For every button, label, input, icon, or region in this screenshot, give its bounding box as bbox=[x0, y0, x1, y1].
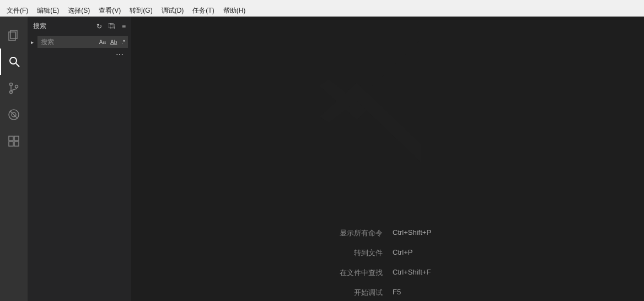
match-case-toggle[interactable]: Aa bbox=[99, 39, 106, 45]
shortcut-keys: F5 bbox=[393, 288, 492, 298]
shortcut-row: 转到文件 Ctrl+P bbox=[283, 248, 492, 258]
expand-replace-icon[interactable]: ▸ bbox=[31, 39, 37, 45]
svg-point-6 bbox=[15, 85, 18, 88]
sidebar-header: 搜索 ↻ ⿻ ≡ bbox=[28, 17, 131, 36]
sidebar-title: 搜索 bbox=[33, 22, 46, 31]
menu-help[interactable]: 帮助(H) bbox=[219, 5, 250, 17]
clear-icon[interactable]: ≡ bbox=[122, 23, 126, 30]
match-word-toggle[interactable]: Ab bbox=[110, 39, 117, 45]
welcome-shortcuts: 显示所有命令 Ctrl+Shift+P 转到文件 Ctrl+P 在文件中查找 C… bbox=[131, 228, 644, 298]
vscode-watermark-icon bbox=[310, 24, 465, 180]
activity-explorer[interactable] bbox=[0, 22, 28, 49]
refresh-icon[interactable]: ↻ bbox=[96, 23, 102, 30]
activity-scm[interactable] bbox=[0, 75, 28, 101]
shortcut-label: 在文件中查找 bbox=[283, 268, 383, 278]
activity-bar bbox=[0, 17, 28, 301]
menu-view[interactable]: 查看(V) bbox=[94, 5, 125, 17]
shortcut-keys: Ctrl+Shift+F bbox=[393, 268, 492, 278]
activity-extensions[interactable] bbox=[0, 128, 28, 154]
extensions-icon bbox=[7, 135, 20, 148]
menu-edit[interactable]: 编辑(E) bbox=[33, 5, 63, 17]
bug-icon bbox=[7, 108, 20, 121]
svg-rect-10 bbox=[9, 136, 13, 141]
toggle-search-details[interactable]: ⋯ bbox=[28, 50, 131, 59]
activity-search[interactable] bbox=[0, 49, 28, 75]
shortcut-row: 在文件中查找 Ctrl+Shift+F bbox=[283, 268, 492, 278]
shortcut-label: 显示所有命令 bbox=[283, 228, 383, 238]
svg-point-2 bbox=[10, 57, 17, 64]
menu-file[interactable]: 文件(F) bbox=[2, 5, 33, 17]
editor-area: 显示所有命令 Ctrl+Shift+P 转到文件 Ctrl+P 在文件中查找 C… bbox=[131, 17, 644, 301]
shortcut-label: 开始调试 bbox=[283, 288, 383, 298]
regex-toggle[interactable]: .* bbox=[121, 39, 126, 45]
menu-debug[interactable]: 调试(D) bbox=[157, 5, 189, 17]
svg-line-3 bbox=[16, 63, 19, 67]
branch-icon bbox=[7, 82, 20, 95]
svg-rect-13 bbox=[14, 142, 19, 146]
shortcut-row: 显示所有命令 Ctrl+Shift+P bbox=[283, 228, 492, 238]
search-input-row: ▸ Aa Ab .* bbox=[28, 36, 131, 50]
svg-rect-12 bbox=[9, 142, 13, 146]
shortcut-row: 开始调试 F5 bbox=[283, 288, 492, 298]
menu-select[interactable]: 选择(S) bbox=[63, 5, 94, 17]
files-icon bbox=[7, 29, 20, 42]
svg-rect-11 bbox=[14, 136, 19, 141]
shortcut-label: 转到文件 bbox=[283, 248, 383, 258]
activity-debug[interactable] bbox=[0, 101, 28, 128]
svg-point-4 bbox=[10, 83, 13, 86]
svg-line-8 bbox=[10, 111, 18, 119]
shortcut-keys: Ctrl+P bbox=[393, 248, 492, 258]
search-sidebar: 搜索 ↻ ⿻ ≡ ▸ Aa Ab .* ⋯ bbox=[28, 17, 131, 301]
search-icon bbox=[8, 55, 21, 68]
shortcut-keys: Ctrl+Shift+P bbox=[393, 228, 492, 238]
menu-go[interactable]: 转到(G) bbox=[125, 5, 157, 17]
menu-tasks[interactable]: 任务(T) bbox=[188, 5, 218, 17]
titlebar bbox=[0, 0, 644, 4]
menubar: 文件(F) 编辑(E) 选择(S) 查看(V) 转到(G) 调试(D) 任务(T… bbox=[0, 4, 644, 17]
collapse-icon[interactable]: ⿻ bbox=[109, 23, 115, 30]
